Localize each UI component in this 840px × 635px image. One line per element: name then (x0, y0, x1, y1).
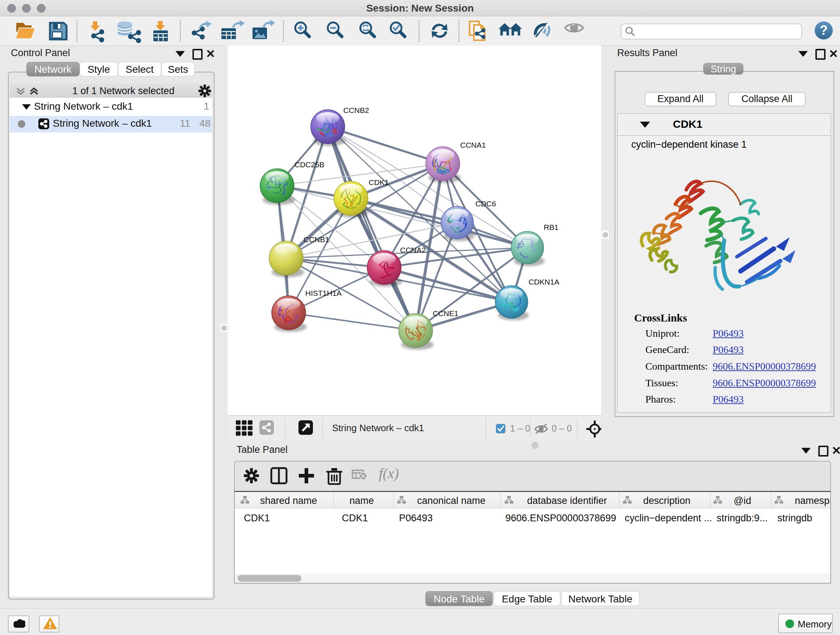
svg-text:CDC6: CDC6 (475, 200, 496, 208)
svg-text:CCNA2: CCNA2 (400, 246, 426, 254)
svg-text:HIST1H1A: HIST1H1A (305, 289, 341, 297)
svg-text:CDK1: CDK1 (369, 178, 389, 187)
svg-text:CCNA1: CCNA1 (460, 141, 486, 149)
svg-text:f(x): f(x) (379, 465, 399, 481)
svg-text:0 – 0: 0 – 0 (552, 423, 572, 433)
svg-text:CDKN1A: CDKN1A (529, 278, 559, 286)
svg-text:CCNB1: CCNB1 (303, 235, 329, 244)
svg-text:1 – 0: 1 – 0 (510, 423, 531, 433)
svg-text:CCNE1: CCNE1 (433, 309, 458, 318)
svg-text:?: ? (820, 23, 828, 38)
svg-text:CCNB2: CCNB2 (343, 106, 369, 114)
svg-text:RB1: RB1 (544, 223, 559, 231)
svg-text:CDC25B: CDC25B (294, 160, 325, 169)
